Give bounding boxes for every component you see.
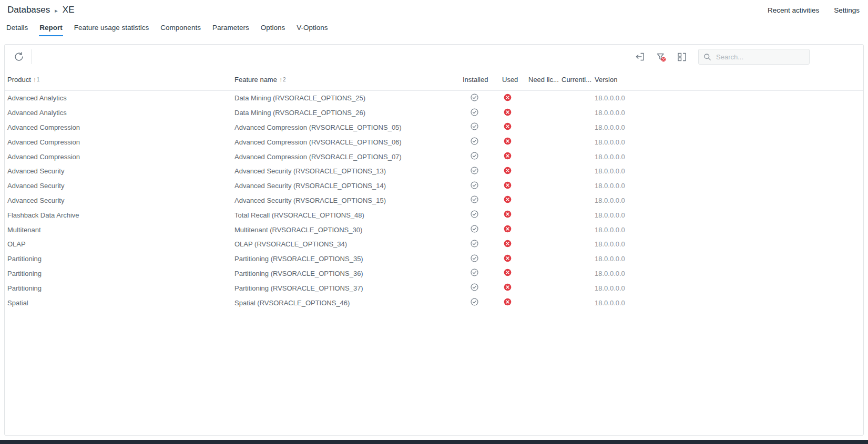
clear-filter-button[interactable] bbox=[652, 48, 670, 66]
not-used-cross-icon bbox=[504, 122, 512, 130]
table-body: Advanced Analytics Data Mining (RVSORACL… bbox=[5, 91, 863, 435]
cell-installed bbox=[463, 269, 502, 278]
breadcrumb-databases[interactable]: Databases bbox=[7, 5, 50, 15]
clear-filter-icon bbox=[656, 51, 667, 63]
cell-used bbox=[502, 181, 528, 191]
grid-toolbar bbox=[5, 45, 863, 69]
app-header: Databases ▸ XE Recent activities Setting… bbox=[0, 0, 868, 17]
column-header-product[interactable]: Product↑1 bbox=[5, 69, 234, 90]
cell-product: Advanced Security bbox=[5, 197, 234, 204]
cell-installed bbox=[463, 108, 502, 118]
tab-feature-usage-statistics[interactable]: Feature usage statistics bbox=[68, 18, 155, 36]
cell-installed bbox=[463, 254, 502, 264]
not-used-cross-icon bbox=[504, 269, 512, 276]
cell-product: Partitioning bbox=[5, 255, 234, 263]
table-row[interactable]: Advanced Security Advanced Security (RVS… bbox=[5, 164, 863, 179]
tab-details[interactable]: Details bbox=[1, 18, 34, 36]
cell-version: 18.0.0.0.0 bbox=[595, 167, 863, 175]
cell-used bbox=[502, 152, 528, 161]
sort-order-badge: 1 bbox=[37, 77, 40, 82]
installed-check-icon bbox=[471, 108, 478, 116]
installed-check-icon bbox=[471, 137, 478, 145]
cell-version: 18.0.0.0.0 bbox=[595, 211, 863, 219]
cell-feature-name: Total Recall (RVSORACLE_OPTIONS_48) bbox=[234, 211, 463, 219]
cell-used bbox=[502, 94, 528, 103]
tab-components[interactable]: Components bbox=[155, 18, 207, 36]
table-row[interactable]: Advanced Compression Advanced Compressio… bbox=[5, 149, 863, 164]
sort-asc-icon: ↑ bbox=[33, 76, 36, 84]
tab-parameters[interactable]: Parameters bbox=[207, 18, 255, 36]
cell-version: 18.0.0.0.0 bbox=[595, 138, 863, 146]
cell-product: Partitioning bbox=[5, 284, 234, 292]
export-button[interactable] bbox=[631, 48, 649, 66]
toolbar-separator bbox=[31, 49, 32, 64]
cell-used bbox=[502, 137, 528, 147]
cell-used bbox=[502, 167, 528, 176]
installed-check-icon bbox=[471, 210, 478, 218]
cell-feature-name: Advanced Security (RVSORACLE_OPTIONS_13) bbox=[234, 167, 463, 175]
refresh-icon bbox=[14, 51, 24, 62]
table-row[interactable]: Multitenant Multitenant (RVSORACLE_OPTIO… bbox=[5, 222, 863, 237]
recent-activities-link[interactable]: Recent activities bbox=[768, 6, 819, 14]
not-used-cross-icon bbox=[504, 298, 512, 306]
installed-check-icon bbox=[471, 152, 478, 160]
cell-product: Spatial bbox=[5, 299, 234, 307]
installed-check-icon bbox=[471, 167, 478, 174]
table-row[interactable]: OLAP OLAP (RVSORACLE_OPTIONS_34) 18.0.0.… bbox=[5, 237, 863, 252]
cell-used bbox=[502, 269, 528, 278]
cell-version: 18.0.0.0.0 bbox=[595, 197, 863, 204]
breadcrumb-separator-icon: ▸ bbox=[55, 7, 58, 14]
cell-product: Advanced Compression bbox=[5, 153, 234, 161]
table-row[interactable]: Advanced Compression Advanced Compressio… bbox=[5, 120, 863, 135]
search-icon bbox=[703, 53, 711, 61]
cell-used bbox=[502, 210, 528, 220]
column-header-currently[interactable]: Currentl... bbox=[561, 69, 595, 90]
table-row[interactable]: Advanced Security Advanced Security (RVS… bbox=[5, 193, 863, 208]
not-used-cross-icon bbox=[504, 283, 512, 291]
cell-version: 18.0.0.0.0 bbox=[595, 109, 863, 117]
cell-installed bbox=[463, 283, 502, 293]
cell-feature-name: Advanced Security (RVSORACLE_OPTIONS_14) bbox=[234, 182, 463, 190]
column-header-feature-name[interactable]: Feature name↑2 bbox=[234, 69, 463, 90]
installed-check-icon bbox=[471, 195, 478, 203]
column-header-installed[interactable]: Installed bbox=[463, 69, 502, 90]
sort-order-badge: 2 bbox=[283, 77, 286, 82]
table-row[interactable]: Partitioning Partitioning (RVSORACLE_OPT… bbox=[5, 281, 863, 295]
cell-used bbox=[502, 108, 528, 118]
tab-report[interactable]: Report bbox=[34, 18, 68, 36]
table-row[interactable]: Advanced Analytics Data Mining (RVSORACL… bbox=[5, 106, 863, 120]
table-row[interactable]: Spatial Spatial (RVSORACLE_OPTIONS_46) 1… bbox=[5, 295, 863, 310]
table-row[interactable]: Advanced Analytics Data Mining (RVSORACL… bbox=[5, 91, 863, 106]
export-icon bbox=[635, 51, 645, 62]
search-input[interactable] bbox=[715, 53, 804, 61]
not-used-cross-icon bbox=[504, 137, 512, 145]
column-header-need-license[interactable]: Need lic... bbox=[528, 69, 561, 90]
tab-options[interactable]: Options bbox=[255, 18, 291, 36]
tab-v-options[interactable]: V-Options bbox=[291, 18, 333, 36]
cell-feature-name: Data Mining (RVSORACLE_OPTIONS_25) bbox=[234, 94, 463, 102]
refresh-button[interactable] bbox=[10, 48, 28, 66]
table-row[interactable]: Partitioning Partitioning (RVSORACLE_OPT… bbox=[5, 266, 863, 281]
cell-installed bbox=[463, 181, 502, 191]
cell-installed bbox=[463, 152, 502, 161]
cell-product: Partitioning bbox=[5, 270, 234, 277]
header-links: Recent activities Settings bbox=[768, 6, 860, 14]
cell-version: 18.0.0.0.0 bbox=[595, 255, 863, 263]
column-header-used[interactable]: Used bbox=[502, 69, 528, 90]
cell-version: 18.0.0.0.0 bbox=[595, 94, 863, 102]
cell-product: Advanced Compression bbox=[5, 138, 234, 146]
cell-feature-name: Partitioning (RVSORACLE_OPTIONS_36) bbox=[234, 270, 463, 277]
cell-feature-name: Advanced Security (RVSORACLE_OPTIONS_15) bbox=[234, 197, 463, 204]
breadcrumb-current-database: XE bbox=[63, 5, 75, 15]
not-used-cross-icon bbox=[504, 254, 512, 262]
table-row[interactable]: Flashback Data Archive Total Recall (RVS… bbox=[5, 208, 863, 222]
breadcrumb: Databases ▸ XE bbox=[7, 5, 75, 15]
settings-link[interactable]: Settings bbox=[834, 6, 860, 14]
table-row[interactable]: Partitioning Partitioning (RVSORACLE_OPT… bbox=[5, 252, 863, 266]
table-row[interactable]: Advanced Compression Advanced Compressio… bbox=[5, 135, 863, 149]
not-used-cross-icon bbox=[504, 167, 512, 174]
column-chooser-button[interactable] bbox=[673, 48, 691, 66]
cell-version: 18.0.0.0.0 bbox=[595, 240, 863, 248]
column-header-version[interactable]: Version bbox=[595, 69, 863, 90]
table-row[interactable]: Advanced Security Advanced Security (RVS… bbox=[5, 179, 863, 193]
